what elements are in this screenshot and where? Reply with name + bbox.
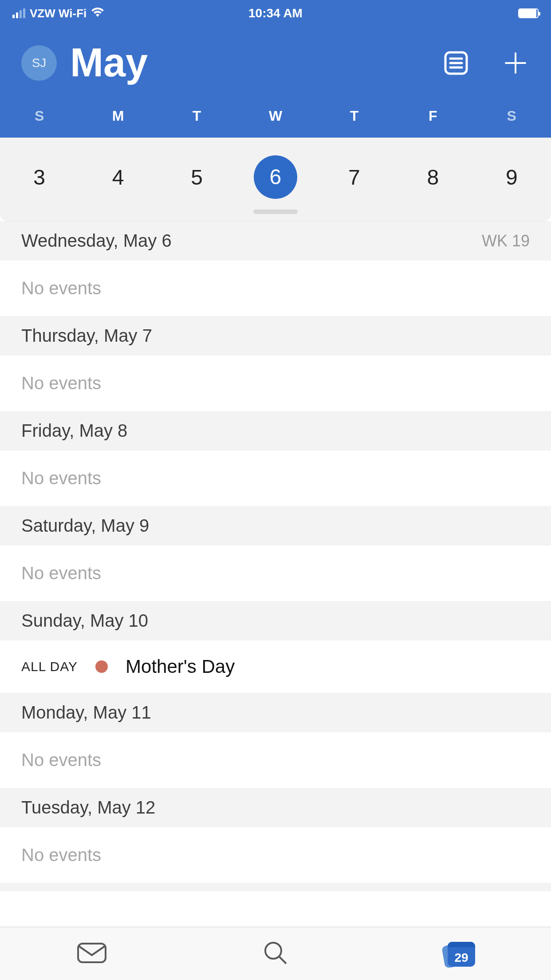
day-label: Saturday, May 9 <box>21 516 149 536</box>
weekday-label: T <box>315 108 394 124</box>
day-label: Thursday, May 7 <box>21 326 152 346</box>
date-number: 7 <box>348 165 360 190</box>
status-bar: VZW Wi-Fi 10:34 AM <box>0 0 551 27</box>
battery-icon <box>518 8 539 18</box>
day-label: Wednesday, May 6 <box>21 231 172 251</box>
tab-calendar[interactable]: 29 <box>367 927 551 980</box>
day-header: Saturday, May 9 <box>0 506 551 545</box>
clock-label: 10:34 AM <box>248 6 303 20</box>
weekday-row: S M T W T F S <box>0 108 551 138</box>
weekday-label: T <box>157 108 236 124</box>
tab-search[interactable] <box>184 927 367 980</box>
cellular-signal-icon <box>12 8 25 18</box>
day-label: Friday, May 8 <box>21 421 127 441</box>
svg-point-7 <box>265 943 281 959</box>
no-events-label: No events <box>0 827 551 883</box>
agenda-view-icon[interactable] <box>442 49 470 77</box>
date-cell[interactable]: 7 <box>315 155 394 199</box>
day-header: Wednesday, May 13 <box>0 883 551 891</box>
week-number: WK 19 <box>482 232 530 250</box>
week-dates-strip[interactable]: 3 4 5 6 7 8 9 <box>0 138 551 221</box>
search-icon <box>262 940 289 968</box>
svg-line-8 <box>279 957 286 964</box>
day-header: Friday, May 8 <box>0 411 551 450</box>
day-label: Wednesday, May 13 <box>21 889 181 892</box>
no-events-label: No events <box>0 261 551 316</box>
date-cell[interactable]: 4 <box>79 155 157 199</box>
day-header: Wednesday, May 6 WK 19 <box>0 221 551 261</box>
day-header: Tuesday, May 12 <box>0 788 551 827</box>
event-title: Mother's Day <box>126 656 235 677</box>
event-row[interactable]: ALL DAY Mother's Day <box>0 640 551 693</box>
weekday-label: S <box>0 108 79 124</box>
date-cell[interactable]: 9 <box>472 155 551 199</box>
date-number: 9 <box>506 165 518 190</box>
date-cell[interactable]: 3 <box>0 155 79 199</box>
weekday-label: S <box>472 108 551 124</box>
agenda-list[interactable]: Wednesday, May 6 WK 19 No events Thursda… <box>0 221 551 891</box>
svg-rect-6 <box>78 944 106 962</box>
no-events-label: No events <box>0 450 551 506</box>
day-label: Monday, May 11 <box>21 703 151 723</box>
date-cell[interactable]: 5 <box>157 155 236 199</box>
day-label: Tuesday, May 12 <box>21 798 155 818</box>
no-events-label: No events <box>0 732 551 788</box>
page-title[interactable]: May <box>70 40 148 86</box>
date-number: 8 <box>427 165 439 190</box>
date-number: 6 <box>254 155 297 199</box>
calendar-icon: 29 <box>443 940 475 968</box>
weekday-label: M <box>79 108 157 124</box>
day-header: Monday, May 11 <box>0 693 551 732</box>
tab-bar: 29 <box>0 927 551 980</box>
calendar-icon-day: 29 <box>448 942 475 967</box>
mail-icon <box>76 942 107 966</box>
drag-handle-icon[interactable] <box>253 209 298 214</box>
status-left: VZW Wi-Fi <box>12 6 104 20</box>
no-events-label: No events <box>0 545 551 601</box>
weekday-label: W <box>236 108 315 124</box>
event-time-label: ALL DAY <box>21 659 78 674</box>
date-cell-selected[interactable]: 6 <box>236 155 315 199</box>
event-dot-icon <box>95 660 108 673</box>
wifi-icon <box>91 6 104 20</box>
day-header: Thursday, May 7 <box>0 316 551 356</box>
add-event-icon[interactable] <box>501 49 530 77</box>
avatar[interactable]: SJ <box>21 45 57 81</box>
date-number: 3 <box>33 165 45 190</box>
status-right <box>518 8 539 18</box>
date-cell[interactable]: 8 <box>394 155 472 199</box>
date-number: 4 <box>112 165 124 190</box>
date-number: 5 <box>191 165 203 190</box>
header-title-row: SJ May <box>0 27 551 108</box>
weekday-label: F <box>394 108 472 124</box>
carrier-label: VZW Wi-Fi <box>30 7 87 20</box>
day-header: Sunday, May 10 <box>0 601 551 640</box>
day-label: Sunday, May 10 <box>21 611 148 631</box>
tab-mail[interactable] <box>0 927 184 980</box>
avatar-initials: SJ <box>32 56 47 70</box>
no-events-label: No events <box>0 356 551 411</box>
